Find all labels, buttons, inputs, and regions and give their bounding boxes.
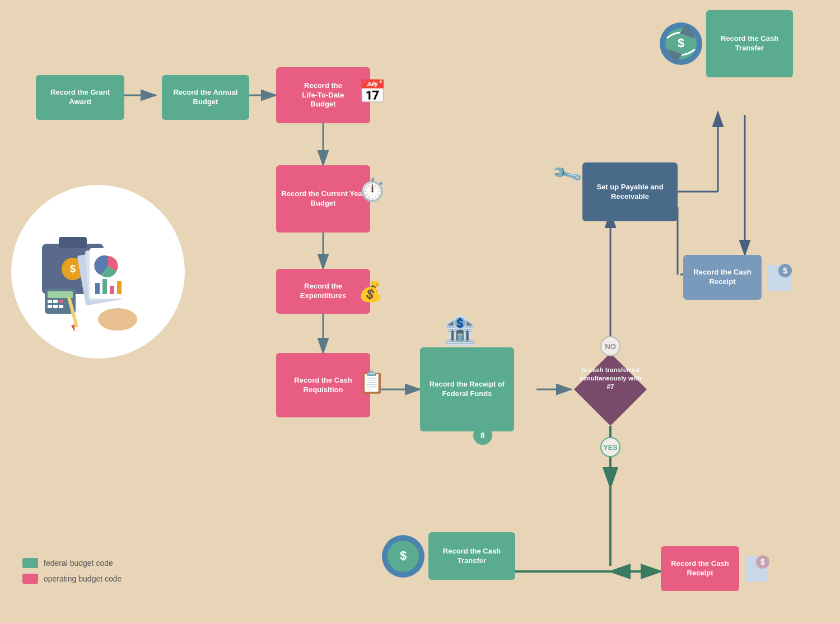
svg-text:$: $ [783, 266, 787, 275]
cash-receipt-right-area: Record the Cash Receipt $ [683, 255, 795, 300]
svg-rect-43 [102, 279, 107, 294]
svg-rect-59 [124, 310, 129, 321]
yes-branch-label: YES [600, 437, 620, 457]
svg-rect-52 [53, 305, 58, 308]
federal-swatch [22, 558, 38, 568]
cash-transfer-top-box: Record the Cash Transfer [706, 10, 793, 77]
cash-receipt-bottom-box: Record the Cash Receipt [661, 546, 739, 591]
svg-rect-47 [48, 291, 73, 298]
svg-text:$: $ [70, 263, 76, 275]
stopwatch-icon: ⏱️ [358, 176, 386, 203]
annual-budget-box: Record the Annual Budget [162, 75, 249, 120]
transfer-icon-bottom: $ [381, 534, 426, 579]
illustration-circle: $ [11, 185, 185, 359]
expenditures-box: Record theExpenditures [276, 269, 370, 314]
bank-icon: 🏦 [442, 314, 477, 346]
svg-rect-42 [95, 283, 100, 294]
document-icon: 📋 [358, 370, 385, 394]
legend: federal budget code operating budget cod… [22, 558, 122, 589]
receipt-icon-right: $ [764, 262, 795, 293]
setup-payable-box: Set up Payable and Receivable [582, 162, 678, 221]
transfer-icon-top: $ [659, 21, 703, 66]
grant-award-box: Record the Grant Award [36, 75, 124, 120]
svg-rect-35 [59, 237, 87, 248]
life-to-date-box: Record theLife-To-DateBudget [276, 67, 370, 123]
calendar-icon: 📅 [358, 78, 386, 105]
no-branch-label: NO [600, 336, 620, 356]
svg-rect-58 [116, 308, 122, 320]
cash-transfer-bottom-area: $ Record the Cash Transfer [381, 532, 515, 580]
svg-text:$: $ [400, 548, 407, 562]
diamond-label: Is cash transferred simultaneously with … [578, 366, 643, 391]
svg-rect-53 [59, 305, 63, 308]
svg-rect-45 [117, 281, 122, 294]
current-year-box: Record the Current Year Budget [276, 165, 370, 233]
receipt-federal-box: Record the Receipt of Federal Funds [420, 347, 514, 431]
svg-rect-50 [59, 300, 63, 303]
legend-federal: federal budget code [22, 558, 122, 568]
operating-swatch [22, 574, 38, 584]
badge-8: 8 [473, 426, 492, 445]
cash-transfer-top-area: $ Record the Cash Transfer [659, 10, 793, 77]
cash-receipt-bottom-area: Record the Cash Receipt $ [661, 546, 773, 591]
svg-rect-48 [48, 300, 52, 303]
svg-rect-51 [48, 305, 52, 308]
legend-operating: operating budget code [22, 574, 122, 584]
receipt-icon-bottom: $ [742, 554, 773, 584]
federal-label: federal budget code [44, 559, 113, 568]
svg-rect-57 [109, 310, 115, 322]
svg-rect-49 [53, 300, 58, 303]
cash-receipt-right-box: Record the Cash Receipt [683, 255, 762, 300]
decision-diamond: Is cash transferred simultaneously with … [571, 350, 650, 429]
svg-text:$: $ [760, 557, 765, 566]
operating-label: operating budget code [44, 574, 122, 583]
money-icon: 💰 [358, 280, 383, 303]
cash-transfer-bottom-box: Record the Cash Transfer [428, 532, 515, 580]
wrench-icon: 🔧 [550, 158, 584, 191]
cash-requisition-box: Record the Cash Requisition [276, 353, 370, 417]
svg-text:$: $ [678, 36, 684, 50]
svg-rect-44 [110, 286, 114, 294]
